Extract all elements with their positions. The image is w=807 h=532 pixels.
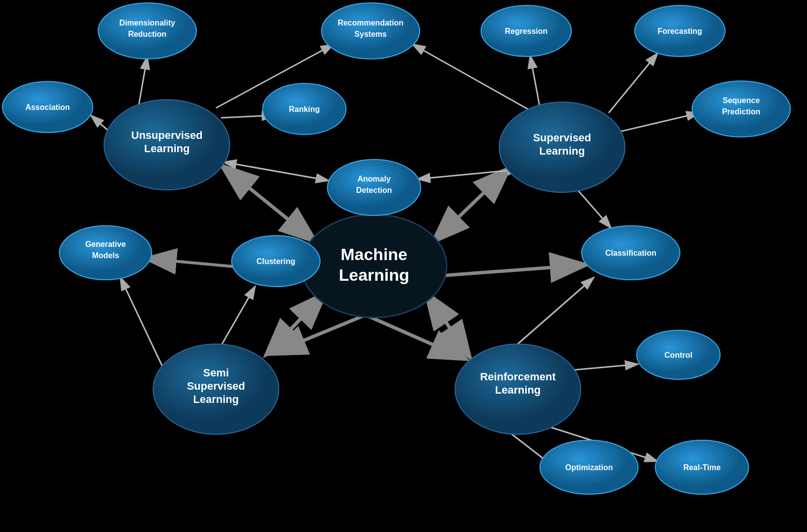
node-dimred-label-1: Dimensionality (119, 19, 175, 27)
arrow-sup-forecasting (609, 53, 658, 113)
node-ranking-label: Ranking (289, 105, 320, 113)
arrow-rl-control (567, 364, 638, 371)
node-rl-label-1: Reinforcement (480, 371, 556, 383)
node-control-label: Control (665, 351, 693, 359)
node-assoc-label: Association (26, 103, 70, 111)
node-sup-label-2: Learning (539, 145, 585, 157)
node-semi-label-1: Semi (203, 367, 229, 379)
arrow-rl-class (515, 277, 594, 346)
node-class-label: Classification (605, 249, 656, 257)
arrow-sup-seqpred (616, 113, 699, 133)
node-ml-label-1: Machine (341, 245, 407, 264)
node-forecasting-label: Forecasting (658, 27, 702, 35)
node-clustering-label: Clustering (256, 257, 295, 266)
node-rl-label-2: Learning (495, 384, 541, 396)
arrow-ml-supervised (434, 169, 508, 240)
node-ml-label-2: Learning (339, 266, 409, 284)
node-semi-label-3: Learning (193, 393, 239, 405)
arrow-semi-clust (221, 286, 255, 346)
node-regression-label: Regression (505, 27, 547, 35)
node-semi-label-2: Supervised (187, 380, 245, 392)
node-anomaly-label-2: Detection (356, 186, 392, 194)
node-recsys-label-2: Systems (354, 30, 387, 38)
arrow-sup-regression (530, 55, 540, 108)
node-unsup-label-2: Learning (144, 142, 190, 155)
node-seqpred-label-1: Sequence (723, 96, 760, 105)
arrow-ml-unsupervised (223, 167, 314, 240)
arrow-semi-gen (120, 277, 162, 366)
node-opt-label: Optimization (565, 463, 613, 472)
node-gen-label-1: Generative (85, 240, 126, 248)
node-dimred-label-2: Reduction (128, 30, 166, 38)
node-recsys-label-1: Recommendation (338, 19, 404, 27)
arrow-sup-class (577, 189, 611, 228)
node-gen-label-2: Models (92, 251, 119, 260)
node-seqpred-label-2: Prediction (722, 107, 760, 116)
node-anomaly-label-1: Anomaly (357, 175, 391, 183)
node-unsup-label-1: Unsupervised (131, 129, 203, 141)
node-sup-label-1: Supervised (533, 132, 592, 144)
node-realtime-label: Real-Time (683, 463, 721, 472)
